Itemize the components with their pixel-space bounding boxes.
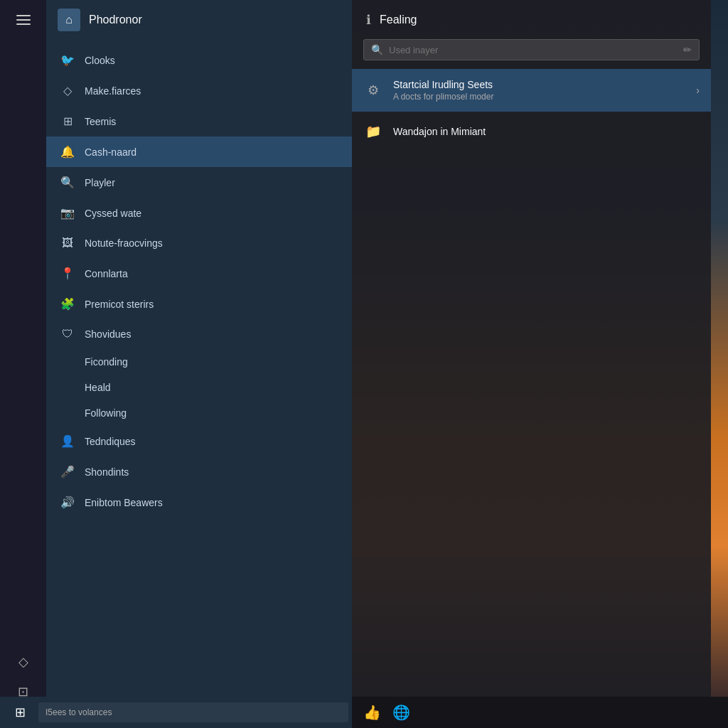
folder-result-icon: 📁 xyxy=(363,122,383,141)
result-content-startcial: Startcial Irudling Seets A docts for pli… xyxy=(393,79,686,102)
nav-label-clooks: Clooks xyxy=(85,55,115,66)
nav-label-premicot-sterirs: Premicot sterirs xyxy=(85,299,154,310)
sidebar-item-tedndiques[interactable]: 👤 Tedndiques xyxy=(46,426,352,456)
camera-icon: 📷 xyxy=(60,206,75,220)
nav-label-cash-naard: Cash-naard xyxy=(85,146,136,158)
nav-label-notute-fraocvings: Notute-fraocvings xyxy=(85,237,163,249)
info-icon: ℹ xyxy=(366,12,371,28)
sidebar-item-teemis[interactable]: ⊞ Teemis xyxy=(46,106,352,136)
nav-label-connlarta: Connlarta xyxy=(85,268,128,279)
person-icon: 👤 xyxy=(60,434,75,448)
sidebar-subitem-following[interactable]: Following xyxy=(46,400,352,426)
mic-icon: 🎤 xyxy=(60,465,75,478)
sidebar-item-connlarta[interactable]: 📍 Connlarta xyxy=(46,258,352,289)
nav-label-tedndiques: Tedndiques xyxy=(85,436,136,447)
thumbup-icon[interactable]: 👍 xyxy=(363,704,381,721)
chevron-icon: › xyxy=(696,85,700,96)
browser-icon[interactable]: 🌐 xyxy=(392,704,410,721)
sidebar-title: Phodronor xyxy=(89,14,142,26)
search-bar-container: 🔍 ✏ xyxy=(352,39,711,69)
result-title-startcial: Startcial Irudling Seets xyxy=(393,79,686,90)
result-item-startcial[interactable]: ⚙ Startcial Irudling Seets A docts for p… xyxy=(352,69,711,112)
left-rail: ◇ ⊡ xyxy=(0,0,46,728)
nav-label-teemis: Teemis xyxy=(85,116,116,127)
nav-label-following: Following xyxy=(85,407,127,419)
right-panel: ℹ Fealing 🔍 ✏ ⚙ Startcial Irudling Seets… xyxy=(352,0,711,697)
sidebar-subitem-heald[interactable]: Heald xyxy=(46,375,352,400)
sidebar-item-clooks[interactable]: 🐦 Clooks xyxy=(46,45,352,75)
taskbar-right: 👍 🌐 xyxy=(352,697,728,728)
nav-label-cyssed-wate: Cyssed wate xyxy=(85,208,141,219)
sidebar-item-premicot-sterirs[interactable]: 🧩 Premicot sterirs xyxy=(46,289,352,319)
sidebar-header-icon: ⌂ xyxy=(58,9,80,31)
gear-result-icon: ⚙ xyxy=(363,80,383,100)
taskbar-left: ⊞ I5ees to volances xyxy=(0,697,355,728)
sidebar-item-playler[interactable]: 🔍 Playler xyxy=(46,167,352,198)
photo-icon: 🖼 xyxy=(60,237,75,250)
sidebar-item-cash-naard[interactable]: 🔔 Cash-naard xyxy=(46,136,352,167)
sidebar-item-make-fiarces[interactable]: ◇ Make.fiarces xyxy=(46,75,352,106)
search-icon: 🔍 xyxy=(371,44,383,55)
speaker-icon: 🔊 xyxy=(60,496,75,509)
result-content-wandajon: Wandajon in Mimiant xyxy=(393,126,700,137)
diamond-icon[interactable]: ◇ xyxy=(18,654,28,670)
nav-label-shondints: Shondints xyxy=(85,466,129,478)
sidebar-subitem-ficonding[interactable]: Ficonding xyxy=(46,349,352,375)
result-item-wandajon[interactable]: 📁 Wandajon in Mimiant xyxy=(352,112,711,151)
start-button[interactable]: ⊞ xyxy=(7,700,33,725)
sidebar-item-shovidues[interactable]: 🛡 Shovidues xyxy=(46,319,352,349)
search-input[interactable] xyxy=(389,45,678,55)
hamburger-button[interactable] xyxy=(0,0,46,39)
nav-label-heald: Heald xyxy=(85,382,111,393)
grid-icon: ⊞ xyxy=(60,114,75,128)
taskbar-search[interactable]: I5ees to volances xyxy=(38,702,348,722)
sidebar-item-notute-fraocvings[interactable]: 🖼 Notute-fraocvings xyxy=(46,228,352,258)
search-bar[interactable]: 🔍 ✏ xyxy=(363,39,700,60)
sidebar: ⌂ Phodronor 🐦 Clooks ◇ Make.fiarces ⊞ Te… xyxy=(46,0,352,697)
bell-icon: 🔔 xyxy=(60,145,75,159)
sidebar-item-enibtom-beawers[interactable]: 🔊 Enibtom Beawers xyxy=(46,487,352,518)
right-panel-header: ℹ Fealing xyxy=(352,0,711,39)
nav-label-shovidues: Shovidues xyxy=(85,328,131,340)
nav-label-playler: Playler xyxy=(85,177,115,188)
sidebar-item-shondints[interactable]: 🎤 Shondints xyxy=(46,456,352,487)
result-title-wandajon: Wandajon in Mimiant xyxy=(393,126,700,137)
nav-label-enibtom-beawers: Enibtom Beawers xyxy=(85,497,163,508)
location-icon: 📍 xyxy=(60,267,75,280)
right-panel-title: Fealing xyxy=(380,14,417,26)
diamond-nav-icon: ◇ xyxy=(60,84,75,97)
search-nav-icon: 🔍 xyxy=(60,176,75,189)
shield-icon: 🛡 xyxy=(60,328,75,341)
sidebar-item-cyssed-wate[interactable]: 📷 Cyssed wate xyxy=(46,198,352,228)
sidebar-header: ⌂ Phodronor xyxy=(46,0,352,39)
pencil-icon[interactable]: ✏ xyxy=(683,44,692,55)
twitter-icon: 🐦 xyxy=(60,53,75,67)
nav-label-ficonding: Ficonding xyxy=(85,356,128,368)
result-subtitle-startcial: A docts for plimosel moder xyxy=(393,92,686,102)
hamburger-icon xyxy=(16,15,31,25)
nav-label-make-fiarces: Make.fiarces xyxy=(85,85,141,97)
taskbar-search-text: I5ees to volances xyxy=(46,707,112,717)
puzzle-icon: 🧩 xyxy=(60,297,75,311)
windows-icon: ⊞ xyxy=(15,705,26,720)
sidebar-nav: 🐦 Clooks ◇ Make.fiarces ⊞ Teemis 🔔 Cash-… xyxy=(46,39,352,697)
rail-bottom-icons: ◇ ⊡ xyxy=(18,654,28,700)
